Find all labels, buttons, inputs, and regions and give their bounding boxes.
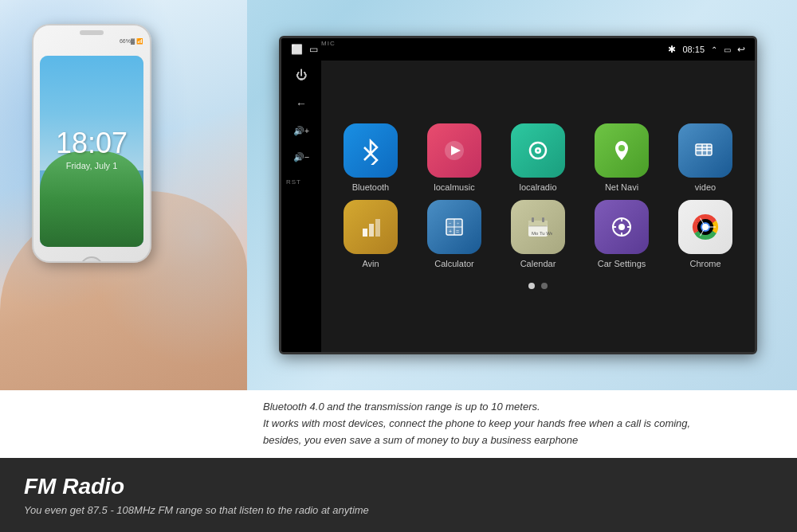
bluetooth-label: Bluetooth [352,182,389,192]
app-bluetooth[interactable]: Bluetooth [335,123,406,192]
bluetooth-icon [344,123,398,178]
app-row-2: Avin − ÷ + = [335,200,741,268]
localmusic-label: localmusic [434,182,474,192]
recent-icon[interactable]: ▭ [309,44,318,55]
fm-radio-title: FM Radio [24,474,773,499]
app-grid: Bluetooth localmusic [321,61,755,352]
fm-radio-section: FM Radio You even get 87.5 - 108MHz FM r… [0,458,797,532]
svg-rect-32 [627,226,631,228]
svg-rect-30 [621,233,622,237]
svg-rect-24 [532,217,534,222]
page-dot-2[interactable] [541,283,548,289]
phone-area: 66%▓ 📶 18:07 Friday, July 1 [0,0,247,390]
description-line2: It works with most devices, connect the … [263,417,690,429]
phone-mockup: 66%▓ 📶 18:07 Friday, July 1 [32,24,151,263]
main-container: 66%▓ 📶 18:07 Friday, July 1 [0,0,797,532]
description-line3: besides, you even save a sum of money to… [263,434,578,446]
rst-label[interactable]: RST [286,178,301,186]
svg-rect-12 [369,224,374,237]
app-calculator[interactable]: − ÷ + = Calculator [418,200,490,268]
svg-rect-25 [542,217,544,222]
svg-text:+: + [449,229,452,234]
back-icon[interactable]: ↩ [737,44,745,55]
calculator-label: Calculator [434,259,474,268]
chrome-label: Chrome [689,259,720,268]
description-line1: Bluetooth 4.0 and the transmission range… [263,401,540,413]
video-label: video [695,182,716,192]
svg-rect-13 [375,219,380,237]
bluetooth-status-icon: ✱ [668,44,676,55]
app-chrome[interactable]: Chrome [669,200,741,268]
svg-point-5 [618,145,625,151]
vol-down-nav-icon[interactable]: 🔊− [293,152,309,162]
phone-screen: 18:07 Friday, July 1 [40,56,143,247]
calendar-icon: Mo Tu We [511,200,565,254]
app-avin[interactable]: Avin [335,200,406,268]
head-unit-area: MIC ⏻ ↩ + − ⬜ ▭ ✱ 08:15 [247,0,797,390]
vol-up-nav-icon[interactable]: 🔊+ [293,126,309,136]
svg-rect-6 [696,144,712,155]
svg-text:Mo Tu We: Mo Tu We [532,231,552,236]
carsettings-icon [595,200,649,254]
netnavi-label: Net Navi [605,182,638,192]
expand-icon[interactable]: ⌃ [711,45,717,54]
page-dot-1[interactable] [528,283,535,289]
svg-rect-31 [612,226,616,228]
localmusic-icon [427,123,481,178]
app-netnavi[interactable]: Net Navi [586,123,658,192]
phone-date: Friday, July 1 [56,161,128,170]
app-carsettings[interactable]: Car Settings [586,200,658,268]
app-calendar[interactable]: Mo Tu We Calendar [502,200,574,268]
avin-icon [344,200,398,254]
app-localmusic[interactable]: localmusic [418,123,490,192]
svg-point-28 [618,224,625,230]
android-nav-sidebar: ⏻ ← 🔊+ 🔊− RST [281,61,321,352]
phone-hand-background: 66%▓ 📶 18:07 Friday, July 1 [0,0,247,390]
video-icon [678,123,732,178]
head-unit: MIC ⏻ ↩ + − ⬜ ▭ ✱ 08:15 [279,36,757,354]
svg-rect-11 [363,229,367,237]
power-nav-icon[interactable]: ⏻ [296,68,307,81]
app-video[interactable]: video [669,123,741,192]
avin-label: Avin [362,259,379,268]
netnavi-icon [595,123,649,178]
app-row-1: Bluetooth localmusic [335,123,741,192]
phone-notch [80,30,104,35]
calendar-label: Calendar [520,259,556,268]
fm-radio-description: You even get 87.5 - 108MHz FM range so t… [24,504,773,516]
svg-text:=: = [456,229,459,234]
localradio-icon [511,123,565,178]
calculator-icon: − ÷ + = [427,200,481,254]
status-left: ⬜ ▭ [291,44,318,55]
carsettings-label: Car Settings [598,259,646,268]
svg-rect-22 [528,221,548,226]
status-right: ✱ 08:15 ⌃ ▭ ↩ [668,44,745,55]
chrome-icon [678,200,732,254]
phone-time: 18:07 [56,129,128,158]
svg-point-4 [537,150,540,152]
page-dots [528,283,548,289]
svg-rect-29 [621,217,622,221]
top-section: 66%▓ 📶 18:07 Friday, July 1 [0,0,797,390]
localradio-label: localradio [519,182,556,192]
mic-label: MIC [321,40,336,47]
app-localradio[interactable]: localradio [502,123,574,192]
minimize-icon[interactable]: ▭ [724,45,731,54]
android-status-bar: ⬜ ▭ ✱ 08:15 ⌃ ▭ ↩ [281,38,755,61]
description-section: Bluetooth 4.0 and the transmission range… [0,390,797,458]
description-text: Bluetooth 4.0 and the transmission range… [263,399,690,448]
home-icon[interactable]: ⬜ [291,44,303,55]
status-time: 08:15 [682,45,705,54]
back-nav-icon[interactable]: ← [296,97,307,110]
phone-home-button[interactable] [80,256,104,263]
svg-text:−: − [449,221,452,225]
